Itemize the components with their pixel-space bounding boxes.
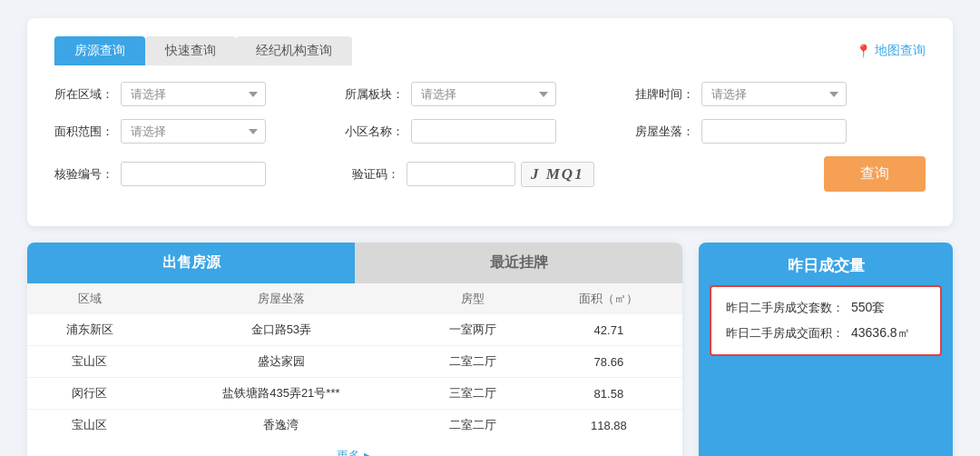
stats-row-1: 昨日二手房成交套数： 550套 [726,300,926,316]
cell-location: 香逸湾 [152,410,410,441]
area-group: 所在区域： 请选择 [54,82,345,106]
tab-recent-listed[interactable]: 最近挂牌 [355,243,682,283]
tab-for-sale[interactable]: 出售房源 [27,243,355,283]
more-icon: ▶ [364,450,373,457]
stats-value-2: 43636.8㎡ [851,325,910,342]
area-label: 所在区域： [54,86,113,103]
listing-table: 区域 房屋坐落 房型 面积（㎡） 浦东新区金口路53弄一室两厅42.71宝山区盛… [27,283,682,441]
stats-card: 昨日成交量 昨日二手房成交套数： 550套 昨日二手房成交面积： 43636.8… [699,243,953,456]
stats-label-1: 昨日二手房成交套数： [726,300,844,316]
community-input[interactable] [411,119,556,144]
table-row[interactable]: 浦东新区金口路53弄一室两厅42.71 [27,314,682,346]
area-range-label: 面积范围： [54,124,113,140]
form-row-1: 所在区域： 请选择 所属板块： 请选择 挂牌时间： 请选择 [54,82,926,106]
captcha-image[interactable]: J MQ1 [521,162,594,187]
community-group: 小区名称： [345,119,635,144]
tab-house-search[interactable]: 房源查询 [54,36,145,65]
verify-num-input[interactable] [121,162,266,186]
tabs-left: 房源查询 快速查询 经纪机构查询 [54,36,352,65]
cell-size: 81.58 [535,378,682,410]
table-row[interactable]: 闵行区盐铁塘路435弄21号***三室二厅81.58 [27,378,682,410]
more-link[interactable]: 更多 ▶ [337,448,373,456]
cell-type: 三室二厅 [410,378,534,410]
stats-row-2: 昨日二手房成交面积： 43636.8㎡ [726,325,926,342]
tab-quick-search[interactable]: 快速查询 [145,36,236,65]
table-row[interactable]: 宝山区香逸湾二室二厅118.88 [27,410,682,441]
map-icon: 📍 [856,44,871,58]
table-header-row: 区域 房屋坐落 房型 面积（㎡） [27,283,682,314]
cell-type: 二室二厅 [410,410,534,441]
query-group: 查询 [635,156,926,192]
stats-value-1: 550套 [851,300,885,316]
map-link[interactable]: 📍 地图查询 [856,43,926,59]
stats-body: 昨日二手房成交套数： 550套 昨日二手房成交面积： 43636.8㎡ [710,285,942,356]
captcha-group: 验证码： J MQ1 [345,162,635,187]
block-group: 所属板块： 请选择 [345,82,635,106]
cell-area: 闵行区 [27,378,152,410]
location-group: 房屋坐落： [635,119,926,144]
query-button[interactable]: 查询 [824,156,926,192]
captcha-input[interactable] [407,162,515,186]
bottom-section: 出售房源 最近挂牌 区域 房屋坐落 房型 面积（㎡） 浦东新区金口路53弄一室两… [27,243,953,456]
tabs-row: 房源查询 快速查询 经纪机构查询 📍 地图查询 [54,36,926,65]
listtime-group: 挂牌时间： 请选择 [635,82,926,106]
area-range-select[interactable]: 请选择 [121,119,266,144]
listing-tabs: 出售房源 最近挂牌 [27,243,682,283]
location-input[interactable] [701,119,847,144]
block-label: 所属板块： [345,86,404,103]
community-label: 小区名称： [345,124,404,140]
col-area: 区域 [27,283,152,314]
cell-size: 118.88 [535,410,682,441]
stats-label-2: 昨日二手房成交面积： [726,325,844,342]
area-range-group: 面积范围： 请选择 [54,119,345,144]
area-select[interactable]: 请选择 [121,82,266,106]
listtime-select[interactable]: 请选择 [701,82,847,106]
more-label: 更多 [337,448,360,456]
search-card: 房源查询 快速查询 经纪机构查询 📍 地图查询 所在区域： 请选择 所属板块： … [27,18,953,226]
cell-location: 盐铁塘路435弄21号*** [152,378,410,410]
cell-type: 二室二厅 [410,346,534,378]
form-row-3: 核验编号： 验证码： J MQ1 查询 [54,156,926,192]
listtime-label: 挂牌时间： [635,86,694,103]
more-row[interactable]: 更多 ▶ [27,441,682,456]
location-label: 房屋坐落： [635,124,694,140]
cell-location: 盛达家园 [152,346,410,378]
tab-agency-search[interactable]: 经纪机构查询 [236,36,352,65]
cell-type: 一室两厅 [410,314,534,346]
verify-num-group: 核验编号： [54,162,345,186]
cell-area: 宝山区 [27,346,152,378]
cell-size: 42.71 [535,314,682,346]
cell-size: 78.66 [535,346,682,378]
map-link-label: 地图查询 [875,43,926,59]
table-row[interactable]: 宝山区盛达家园二室二厅78.66 [27,346,682,378]
stats-title: 昨日成交量 [699,243,953,285]
verify-num-label: 核验编号： [54,166,113,183]
cell-area: 浦东新区 [27,314,152,346]
block-select[interactable]: 请选择 [411,82,556,106]
form-row-2: 面积范围： 请选择 小区名称： 房屋坐落： [54,119,926,144]
col-location: 房屋坐落 [152,283,410,314]
captcha-label: 验证码： [345,166,399,183]
col-type: 房型 [410,283,534,314]
col-size: 面积（㎡） [535,283,682,314]
cell-area: 宝山区 [27,410,152,441]
cell-location: 金口路53弄 [152,314,410,346]
listing-card: 出售房源 最近挂牌 区域 房屋坐落 房型 面积（㎡） 浦东新区金口路53弄一室两… [27,243,682,456]
